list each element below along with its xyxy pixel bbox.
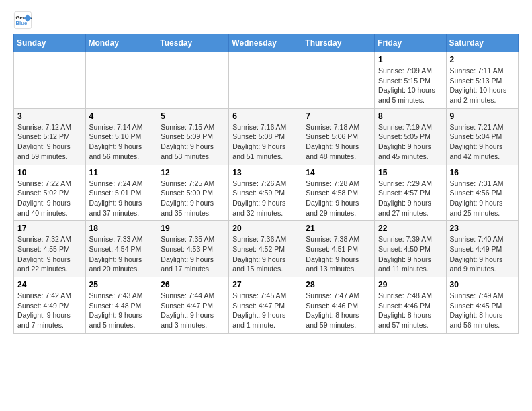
day-number: 22: [378, 224, 443, 233]
day-info: Sunrise: 7:22 AM Sunset: 5:02 PM Dayligh…: [17, 179, 82, 218]
day-info: Sunrise: 7:14 AM Sunset: 5:10 PM Dayligh…: [89, 122, 154, 162]
day-info: Sunrise: 7:33 AM Sunset: 4:54 PM Dayligh…: [89, 234, 154, 274]
day-info: Sunrise: 7:35 AM Sunset: 4:53 PM Dayligh…: [161, 234, 225, 274]
weekday-header-sunday: Sunday: [14, 34, 86, 52]
calendar-cell: 4Sunrise: 7:14 AM Sunset: 5:10 PM Daylig…: [85, 108, 157, 165]
calendar-cell: 15Sunrise: 7:29 AM Sunset: 4:57 PM Dayli…: [375, 165, 447, 221]
calendar-cell: 23Sunrise: 7:40 AM Sunset: 4:49 PM Dayli…: [446, 221, 518, 277]
calendar-cell: 13Sunrise: 7:26 AM Sunset: 4:59 PM Dayli…: [229, 165, 302, 221]
calendar-cell: 2Sunrise: 7:11 AM Sunset: 5:13 PM Daylig…: [446, 52, 518, 109]
day-info: Sunrise: 7:31 AM Sunset: 4:56 PM Dayligh…: [450, 179, 515, 218]
day-number: 12: [161, 168, 225, 177]
day-info: Sunrise: 7:19 AM Sunset: 5:05 PM Dayligh…: [378, 122, 443, 162]
day-info: Sunrise: 7:39 AM Sunset: 4:50 PM Dayligh…: [378, 234, 443, 274]
calendar-cell: 5Sunrise: 7:15 AM Sunset: 5:09 PM Daylig…: [157, 108, 229, 165]
day-info: Sunrise: 7:43 AM Sunset: 4:48 PM Dayligh…: [89, 291, 154, 330]
calendar-cell: [302, 52, 375, 109]
day-info: Sunrise: 7:45 AM Sunset: 4:47 PM Dayligh…: [232, 291, 298, 330]
day-info: Sunrise: 7:29 AM Sunset: 4:57 PM Dayligh…: [378, 179, 443, 218]
day-info: Sunrise: 7:49 AM Sunset: 4:45 PM Dayligh…: [450, 291, 515, 330]
day-number: 18: [89, 224, 154, 233]
calendar-cell: 9Sunrise: 7:21 AM Sunset: 5:04 PM Daylig…: [446, 108, 518, 165]
calendar-cell: [85, 52, 157, 109]
day-info: Sunrise: 7:18 AM Sunset: 5:06 PM Dayligh…: [306, 122, 371, 162]
day-number: 6: [232, 111, 298, 121]
calendar-cell: 18Sunrise: 7:33 AM Sunset: 4:54 PM Dayli…: [85, 221, 157, 277]
day-info: Sunrise: 7:36 AM Sunset: 4:52 PM Dayligh…: [232, 234, 298, 274]
day-info: Sunrise: 7:11 AM Sunset: 5:13 PM Dayligh…: [450, 66, 515, 105]
calendar-cell: 11Sunrise: 7:24 AM Sunset: 5:01 PM Dayli…: [85, 165, 157, 221]
day-info: Sunrise: 7:47 AM Sunset: 4:46 PM Dayligh…: [306, 291, 371, 330]
calendar-week-row: 10Sunrise: 7:22 AM Sunset: 5:02 PM Dayli…: [14, 165, 519, 221]
weekday-header-row: SundayMondayTuesdayWednesdayThursdayFrid…: [14, 34, 519, 52]
day-info: Sunrise: 7:12 AM Sunset: 5:12 PM Dayligh…: [17, 122, 82, 162]
day-number: 29: [378, 280, 443, 289]
day-info: Sunrise: 7:38 AM Sunset: 4:51 PM Dayligh…: [306, 234, 371, 274]
logo-icon: General Blue: [13, 11, 32, 30]
calendar-cell: [157, 52, 229, 109]
day-number: 5: [161, 111, 225, 121]
day-number: 17: [17, 224, 82, 233]
day-number: 30: [450, 280, 515, 289]
day-number: 9: [450, 111, 515, 121]
calendar-cell: 1Sunrise: 7:09 AM Sunset: 5:15 PM Daylig…: [375, 52, 447, 109]
day-number: 16: [450, 168, 515, 177]
day-info: Sunrise: 7:25 AM Sunset: 5:00 PM Dayligh…: [161, 179, 225, 218]
weekday-header-thursday: Thursday: [302, 34, 375, 52]
calendar-cell: 21Sunrise: 7:38 AM Sunset: 4:51 PM Dayli…: [302, 221, 375, 277]
day-number: 26: [161, 280, 225, 289]
calendar-week-row: 24Sunrise: 7:42 AM Sunset: 4:49 PM Dayli…: [14, 277, 519, 334]
calendar-cell: 28Sunrise: 7:47 AM Sunset: 4:46 PM Dayli…: [302, 277, 375, 334]
day-number: 10: [17, 168, 82, 177]
day-number: 27: [232, 280, 298, 289]
day-number: 7: [306, 111, 371, 121]
calendar-cell: 3Sunrise: 7:12 AM Sunset: 5:12 PM Daylig…: [14, 108, 86, 165]
day-number: 15: [378, 168, 443, 177]
day-number: 2: [450, 55, 515, 64]
day-info: Sunrise: 7:28 AM Sunset: 4:58 PM Dayligh…: [306, 179, 371, 218]
calendar-cell: 24Sunrise: 7:42 AM Sunset: 4:49 PM Dayli…: [14, 277, 86, 334]
calendar-week-row: 1Sunrise: 7:09 AM Sunset: 5:15 PM Daylig…: [14, 52, 519, 109]
calendar-cell: 12Sunrise: 7:25 AM Sunset: 5:00 PM Dayli…: [157, 165, 229, 221]
day-number: 8: [378, 111, 443, 121]
calendar-cell: 20Sunrise: 7:36 AM Sunset: 4:52 PM Dayli…: [229, 221, 302, 277]
calendar-table: SundayMondayTuesdayWednesdayThursdayFrid…: [13, 34, 519, 334]
calendar-cell: 17Sunrise: 7:32 AM Sunset: 4:55 PM Dayli…: [14, 221, 86, 277]
day-info: Sunrise: 7:24 AM Sunset: 5:01 PM Dayligh…: [89, 179, 154, 218]
calendar-cell: 26Sunrise: 7:44 AM Sunset: 4:47 PM Dayli…: [157, 277, 229, 334]
day-info: Sunrise: 7:42 AM Sunset: 4:49 PM Dayligh…: [17, 291, 82, 330]
day-number: 25: [89, 280, 154, 289]
calendar-cell: [229, 52, 302, 109]
day-info: Sunrise: 7:09 AM Sunset: 5:15 PM Dayligh…: [378, 66, 443, 105]
day-info: Sunrise: 7:16 AM Sunset: 5:08 PM Dayligh…: [232, 122, 298, 162]
day-number: 19: [161, 224, 225, 233]
calendar-cell: [14, 52, 86, 109]
day-info: Sunrise: 7:26 AM Sunset: 4:59 PM Dayligh…: [232, 179, 298, 218]
calendar-week-row: 17Sunrise: 7:32 AM Sunset: 4:55 PM Dayli…: [14, 221, 519, 277]
day-number: 21: [306, 224, 371, 233]
weekday-header-monday: Monday: [85, 34, 157, 52]
day-number: 24: [17, 280, 82, 289]
calendar-cell: 30Sunrise: 7:49 AM Sunset: 4:45 PM Dayli…: [446, 277, 518, 334]
calendar-cell: 14Sunrise: 7:28 AM Sunset: 4:58 PM Dayli…: [302, 165, 375, 221]
calendar-cell: 25Sunrise: 7:43 AM Sunset: 4:48 PM Dayli…: [85, 277, 157, 334]
logo: General Blue: [13, 11, 35, 30]
day-info: Sunrise: 7:21 AM Sunset: 5:04 PM Dayligh…: [450, 122, 515, 162]
calendar-cell: 19Sunrise: 7:35 AM Sunset: 4:53 PM Dayli…: [157, 221, 229, 277]
calendar-cell: 8Sunrise: 7:19 AM Sunset: 5:05 PM Daylig…: [375, 108, 447, 165]
calendar-cell: 29Sunrise: 7:48 AM Sunset: 4:46 PM Dayli…: [375, 277, 447, 334]
weekday-header-friday: Friday: [375, 34, 447, 52]
weekday-header-tuesday: Tuesday: [157, 34, 229, 52]
calendar-cell: 16Sunrise: 7:31 AM Sunset: 4:56 PM Dayli…: [446, 165, 518, 221]
day-info: Sunrise: 7:15 AM Sunset: 5:09 PM Dayligh…: [161, 122, 225, 162]
calendar-cell: 6Sunrise: 7:16 AM Sunset: 5:08 PM Daylig…: [229, 108, 302, 165]
day-number: 28: [306, 280, 371, 289]
day-number: 3: [17, 111, 82, 121]
day-number: 4: [89, 111, 154, 121]
day-info: Sunrise: 7:48 AM Sunset: 4:46 PM Dayligh…: [378, 291, 443, 330]
calendar-cell: 27Sunrise: 7:45 AM Sunset: 4:47 PM Dayli…: [229, 277, 302, 334]
calendar-week-row: 3Sunrise: 7:12 AM Sunset: 5:12 PM Daylig…: [14, 108, 519, 165]
day-info: Sunrise: 7:32 AM Sunset: 4:55 PM Dayligh…: [17, 234, 82, 274]
day-info: Sunrise: 7:40 AM Sunset: 4:49 PM Dayligh…: [450, 234, 515, 274]
day-number: 23: [450, 224, 515, 233]
